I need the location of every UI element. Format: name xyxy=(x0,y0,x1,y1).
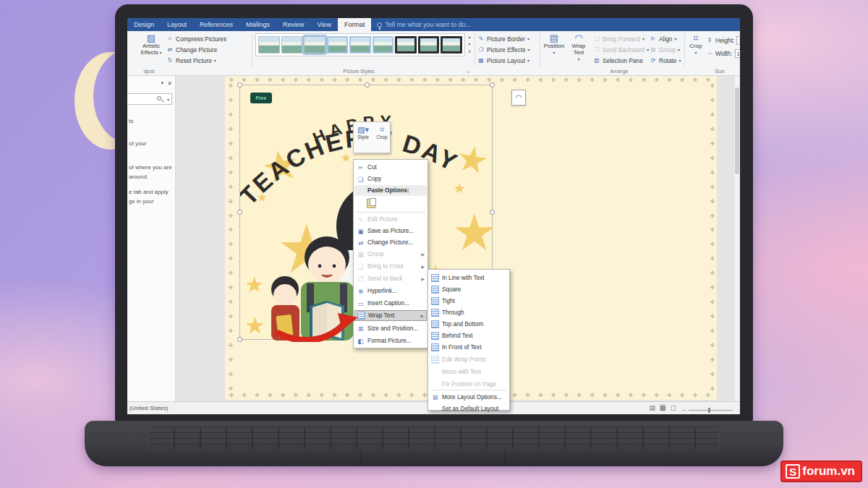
selection-pane-button[interactable]: ▥ Selection Pane xyxy=(593,56,643,65)
rotate-button[interactable]: ⟳ Rotate▾ xyxy=(650,56,681,65)
zoom-out-icon[interactable]: − xyxy=(682,407,686,414)
menu-item-hyperlink[interactable]: ⊕Hyperlink... xyxy=(354,286,427,296)
send-backward-button[interactable]: ❒ Send Backward▾ xyxy=(593,45,649,54)
picture-style-thumbnail[interactable] xyxy=(327,36,349,53)
tab-layout[interactable]: Layout xyxy=(161,18,193,31)
selection-handle[interactable] xyxy=(237,210,242,215)
read-mode-button[interactable]: ▤ xyxy=(649,404,655,411)
selection-handle[interactable] xyxy=(490,210,495,215)
picture-effects-button[interactable]: ❍ Picture Effects▾ xyxy=(477,45,529,54)
tab-references[interactable]: References xyxy=(193,18,239,31)
crop-button[interactable]: ⌗ Crop▾ xyxy=(686,33,706,72)
menu-item-cut[interactable]: ✂Cut xyxy=(354,162,427,173)
pane-dropdown-icon[interactable]: ▾ xyxy=(161,80,163,86)
size-position-icon: ⊞ xyxy=(357,325,365,333)
sforum-logo-icon: S xyxy=(786,464,800,479)
laptop-base xyxy=(85,421,783,466)
menu-item-change-picture[interactable]: ⇄Change Picture... xyxy=(354,237,427,248)
search-dropdown-icon[interactable]: ▾ xyxy=(167,97,169,102)
submenu-item-tight[interactable]: Tight xyxy=(429,296,509,307)
tab-design[interactable]: Design xyxy=(127,18,161,31)
reset-picture-icon: ↻ xyxy=(166,57,174,64)
page-border-pattern: ✣ ✣ ✣ ✣ ✣ ✣ ✣ ✣ ✣ ✣ ✣ ✣ ✣ ✣ ✣ ✣ ✣ ✣ ✣ ✣ … xyxy=(229,77,712,83)
position-button[interactable]: ▤ Position▾ xyxy=(542,33,566,72)
compress-pictures-button[interactable]: ⌗ Compress Pictures xyxy=(166,34,226,43)
menu-item-send-to-back: ❒Send to Back▶ xyxy=(354,273,427,284)
group-button[interactable]: ▦ Group▾ xyxy=(650,45,680,54)
submenu-item-set-as-default-layout[interactable]: Set as Default Layout xyxy=(429,403,509,414)
reset-picture-button[interactable]: ↻ Reset Picture▾ xyxy=(166,56,216,65)
menu-item-format-picture[interactable]: ◧Format Picture... xyxy=(354,335,427,346)
print-layout-button[interactable]: ▦ xyxy=(660,404,666,411)
tab-format[interactable]: Format xyxy=(338,18,372,31)
picture-style-thumbnail-selected[interactable] xyxy=(304,36,326,53)
picture-border-button[interactable]: ✎ Picture Border▾ xyxy=(477,34,529,43)
menu-item-save-as-picture[interactable]: ▣Save as Picture... xyxy=(354,226,427,236)
gallery-scroll-buttons[interactable]: ▲▼⊻ xyxy=(466,33,473,56)
align-button[interactable]: ⊫ Align▾ xyxy=(650,34,676,43)
zoom-control[interactable]: − xyxy=(682,407,733,414)
picture-style-thumbnail[interactable] xyxy=(349,36,371,53)
artistic-effects-button[interactable]: ▨ Artistic Effects ▾ xyxy=(139,33,163,72)
tight-icon xyxy=(431,297,439,305)
picture-style-thumbnail[interactable] xyxy=(281,36,303,53)
square-icon xyxy=(431,286,439,294)
layout-options-button[interactable]: ◠ xyxy=(511,90,526,106)
cut-icon: ✂ xyxy=(357,164,365,171)
adjust-group-label: djust xyxy=(127,69,171,74)
selection-handle[interactable] xyxy=(237,337,242,342)
submenu-item-in-line-with-text[interactable]: In Line with Text xyxy=(429,273,509,283)
mini-style-button[interactable]: ▨▾ Style xyxy=(354,125,372,140)
submenu-item-in-front-of-text[interactable]: In Front of Text xyxy=(429,342,509,353)
submenu-item-top-and-bottom[interactable]: Top and Bottom xyxy=(429,319,509,330)
submenu-item-square[interactable]: Square xyxy=(429,284,509,295)
mini-crop-button[interactable]: ⌗ Crop xyxy=(373,125,391,140)
menu-item-insert-caption[interactable]: ▭Insert Caption... xyxy=(354,298,427,309)
selection-handle[interactable] xyxy=(490,82,495,87)
free-badge: Free xyxy=(250,93,272,103)
language-status[interactable]: (United States) xyxy=(129,405,168,411)
zoom-slider[interactable] xyxy=(689,410,733,411)
width-input[interactable]: 13,2 cm xyxy=(735,49,740,58)
picture-style-thumbnail[interactable] xyxy=(418,36,440,53)
submenu-item-more-layout-options[interactable]: ⊞More Layout Options... xyxy=(429,392,509,403)
picture-layout-button[interactable]: ▦ Picture Layout▾ xyxy=(477,56,529,65)
send-to-back-icon: ❒ xyxy=(357,275,365,283)
tab-mailings[interactable]: Mailings xyxy=(239,18,276,31)
picture-style-thumbnail[interactable] xyxy=(258,36,280,53)
paste-option-button[interactable] xyxy=(354,197,427,210)
search-icon xyxy=(157,96,161,100)
nav-text-fragment: e tab and apply xyxy=(129,189,169,195)
submenu-item-behind-text[interactable]: Behind Text xyxy=(429,330,509,341)
selection-handle[interactable] xyxy=(237,82,242,87)
picture-styles-dialog-launcher[interactable]: ↘ xyxy=(466,69,469,74)
pane-close-icon[interactable]: ✕ xyxy=(167,80,172,87)
context-menu: ✂Cut ❏Copy Paste Options: ✎Edit Picture … xyxy=(353,159,428,348)
copy-icon: ❏ xyxy=(357,176,365,183)
tab-view[interactable]: View xyxy=(311,18,338,31)
vertical-scrollbar[interactable] xyxy=(733,76,740,401)
tell-me-box[interactable]: Tell me what you want to do... xyxy=(371,18,477,31)
menu-item-copy[interactable]: ❏Copy xyxy=(354,174,427,184)
web-layout-button[interactable]: ▢ xyxy=(670,404,676,411)
page-border-pattern: ✣ ✣ ✣ ✣ ✣ ✣ ✣ ✣ ✣ ✣ ✣ ✣ ✣ ✣ ✣ ✣ ✣ ✣ ✣ ✣ … xyxy=(226,83,234,393)
picture-style-thumbnail[interactable] xyxy=(373,36,394,53)
bring-forward-button[interactable]: ❑ Bring Forward▾ xyxy=(593,34,644,43)
submenu-arrow-icon: ▶ xyxy=(421,276,425,281)
hyperlink-icon: ⊕ xyxy=(357,288,365,295)
rotate-icon: ⟳ xyxy=(650,57,657,64)
wrap-text-ribbon-button[interactable]: ◠ Wrap Text▾ xyxy=(567,33,590,72)
submenu-item-edit-wrap-points: Edit Wrap Points xyxy=(429,354,509,365)
height-input[interactable]: 13,23 cm xyxy=(736,36,740,45)
menu-item-wrap-text[interactable]: Wrap Text▶ xyxy=(354,310,427,321)
search-input[interactable]: ▾ xyxy=(127,93,172,105)
tab-review[interactable]: Review xyxy=(276,18,311,31)
star-icon: ★ xyxy=(454,207,493,257)
submenu-item-through[interactable]: Through xyxy=(429,307,509,318)
change-picture-button[interactable]: ⇄ Change Picture xyxy=(166,45,217,54)
picture-style-thumbnail[interactable] xyxy=(395,36,417,53)
picture-style-thumbnail[interactable] xyxy=(441,36,462,53)
menu-item-size-and-position[interactable]: ⊞Size and Position... xyxy=(354,323,427,334)
position-icon: ▤ xyxy=(542,35,566,41)
selection-handle[interactable] xyxy=(365,82,370,87)
